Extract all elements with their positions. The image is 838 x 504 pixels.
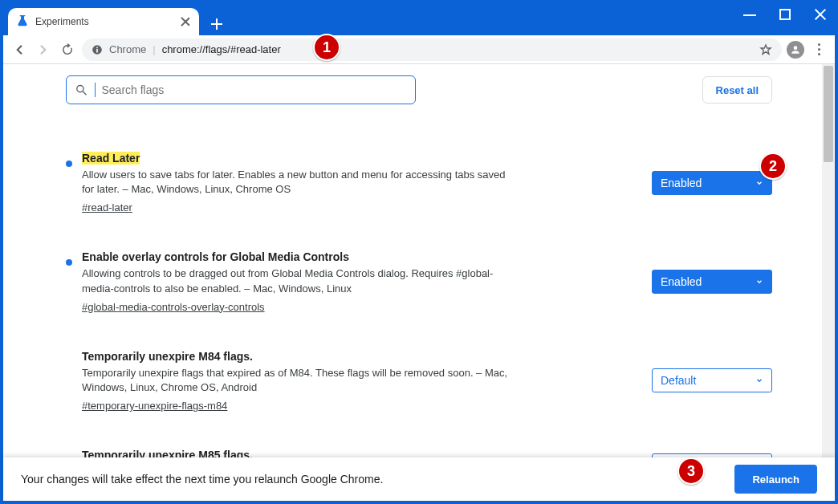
flag-description: Temporarily unexpire flags that expired … — [82, 366, 515, 395]
flag-hash-link[interactable]: #temporary-unexpire-flags-m84 — [82, 400, 227, 412]
annotation-badge: 3 — [677, 457, 705, 485]
flag-row: Temporarily unexpire M84 flags.Temporari… — [66, 339, 772, 416]
back-button[interactable] — [10, 40, 29, 59]
chevron-down-icon — [755, 179, 763, 187]
svg-rect-1 — [96, 48, 98, 52]
flag-row: Read LaterAllow users to save tabs for l… — [66, 141, 772, 217]
select-label: Enabled — [661, 275, 702, 288]
reset-all-button[interactable]: Reset all — [702, 76, 772, 104]
forward-button[interactable] — [34, 40, 53, 59]
bookmark-star-icon[interactable] — [759, 43, 772, 56]
browser-toolbar: Chrome | chrome://flags/#read-later — [3, 35, 835, 64]
profile-avatar-button[interactable] — [787, 41, 804, 59]
annotation-badge: 2 — [759, 152, 787, 180]
new-tab-button[interactable] — [205, 13, 228, 35]
site-info-icon — [92, 44, 103, 55]
flag-hash-link[interactable]: #read-later — [82, 201, 132, 213]
flag-state-select[interactable]: Enabled — [652, 270, 772, 294]
svg-point-3 — [77, 85, 83, 91]
omnibox-prefix: Chrome — [109, 43, 146, 55]
flag-description: Allow users to save tabs for later. Enab… — [82, 168, 515, 197]
flag-state-select[interactable]: Enabled — [652, 171, 772, 195]
flag-description: Allowing controls to be dragged out from… — [82, 266, 515, 295]
search-flags-input[interactable] — [66, 75, 416, 104]
flag-title: Temporarily unexpire M85 flags. — [82, 449, 253, 457]
flag-title: Read Later — [82, 152, 140, 165]
address-bar[interactable]: Chrome | chrome://flags/#read-later — [82, 39, 782, 61]
scrollbar[interactable] — [822, 64, 835, 457]
modified-indicator — [66, 161, 72, 167]
svg-line-4 — [83, 91, 86, 95]
chevron-down-icon — [755, 376, 763, 384]
search-input-field[interactable] — [101, 83, 407, 96]
reload-button[interactable] — [58, 40, 77, 59]
relaunch-button[interactable]: Relaunch — [734, 465, 817, 494]
svg-point-2 — [96, 47, 98, 48]
omnibox-url: chrome://flags/#read-later — [162, 43, 281, 55]
tab-close-icon[interactable] — [180, 16, 191, 27]
chevron-down-icon — [755, 278, 763, 286]
flask-icon — [16, 15, 29, 28]
flag-row: Enable overlay controls for Global Media… — [66, 240, 772, 316]
footer-message: Your changes will take effect the next t… — [21, 473, 383, 486]
flag-row: Temporarily unexpire M85 flags.Temporari… — [66, 438, 772, 457]
plus-icon — [211, 18, 222, 30]
search-icon — [75, 83, 88, 97]
annotation-badge: 1 — [313, 34, 340, 61]
main-menu-button[interactable] — [809, 40, 828, 59]
flag-state-select[interactable]: Default — [652, 368, 772, 392]
scrollbar-thumb[interactable] — [824, 66, 833, 162]
browser-tab[interactable]: Experiments — [8, 8, 199, 35]
select-label: Enabled — [661, 177, 702, 189]
flag-title: Enable overlay controls for Global Media… — [82, 250, 349, 263]
tab-title: Experiments — [35, 16, 173, 27]
relaunch-footer: Your changes will take effect the next t… — [3, 457, 835, 501]
flag-title: Temporarily unexpire M84 flags. — [82, 350, 253, 363]
select-label: Default — [661, 374, 696, 387]
modified-indicator — [66, 259, 72, 266]
flag-hash-link[interactable]: #global-media-controls-overlay-controls — [82, 301, 265, 313]
